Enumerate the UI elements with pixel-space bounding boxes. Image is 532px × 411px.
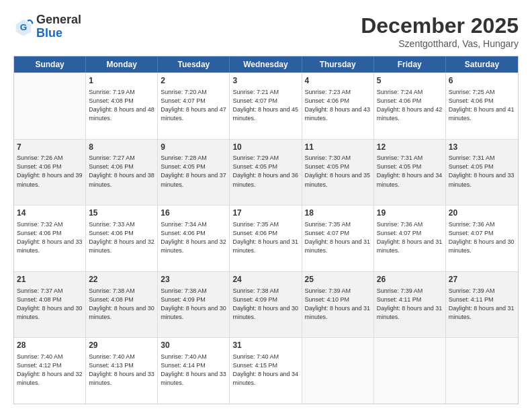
cell-info: Sunrise: 7:23 AM Sunset: 4:06 PM Dayligh… (305, 88, 371, 123)
calendar-cell: 18Sunrise: 7:35 AM Sunset: 4:07 PM Dayli… (302, 205, 374, 271)
cell-info: Sunrise: 7:33 AM Sunset: 4:06 PM Dayligh… (89, 220, 154, 255)
header-day: Friday (374, 56, 446, 73)
calendar-cell: 8Sunrise: 7:27 AM Sunset: 4:06 PM Daylig… (86, 140, 158, 205)
day-number: 16 (161, 208, 226, 219)
calendar-cell: 30Sunrise: 7:40 AM Sunset: 4:14 PM Dayli… (158, 338, 230, 404)
day-number: 25 (305, 274, 371, 285)
day-number: 15 (89, 208, 154, 219)
calendar-header: SundayMondayTuesdayWednesdayThursdayFrid… (14, 56, 518, 73)
header: G General Blue December 2025 Szentgottha… (13, 13, 519, 49)
cell-info: Sunrise: 7:36 AM Sunset: 4:07 PM Dayligh… (377, 220, 443, 255)
calendar-row: 1Sunrise: 7:19 AM Sunset: 4:08 PM Daylig… (14, 73, 518, 139)
day-number: 21 (17, 274, 83, 285)
day-number: 24 (232, 274, 298, 285)
cell-info: Sunrise: 7:39 AM Sunset: 4:11 PM Dayligh… (377, 287, 443, 322)
header-day: Sunday (14, 56, 86, 73)
logo-icon: G (13, 17, 34, 37)
calendar: SundayMondayTuesdayWednesdayThursdayFrid… (13, 56, 519, 404)
cell-info: Sunrise: 7:34 AM Sunset: 4:06 PM Dayligh… (161, 220, 226, 255)
day-number: 7 (17, 142, 83, 153)
cell-info: Sunrise: 7:37 AM Sunset: 4:08 PM Dayligh… (17, 287, 83, 322)
calendar-cell: 4Sunrise: 7:23 AM Sunset: 4:06 PM Daylig… (302, 73, 374, 139)
cell-info: Sunrise: 7:36 AM Sunset: 4:07 PM Dayligh… (449, 220, 515, 255)
calendar-cell: 25Sunrise: 7:39 AM Sunset: 4:10 PM Dayli… (302, 272, 374, 338)
calendar-cell: 20Sunrise: 7:36 AM Sunset: 4:07 PM Dayli… (446, 205, 518, 271)
calendar-row: 28Sunrise: 7:40 AM Sunset: 4:12 PM Dayli… (14, 337, 518, 404)
day-number: 3 (232, 75, 298, 87)
calendar-cell: 7Sunrise: 7:26 AM Sunset: 4:06 PM Daylig… (14, 140, 86, 205)
cell-info: Sunrise: 7:32 AM Sunset: 4:06 PM Dayligh… (17, 220, 83, 255)
logo: G General Blue (13, 13, 81, 40)
calendar-cell: 26Sunrise: 7:39 AM Sunset: 4:11 PM Dayli… (374, 272, 446, 338)
calendar-cell: 31Sunrise: 7:40 AM Sunset: 4:15 PM Dayli… (230, 338, 302, 404)
day-number: 28 (17, 340, 83, 351)
cell-info: Sunrise: 7:20 AM Sunset: 4:07 PM Dayligh… (161, 88, 226, 123)
day-number: 5 (377, 75, 443, 87)
calendar-cell: 19Sunrise: 7:36 AM Sunset: 4:07 PM Dayli… (374, 205, 446, 271)
title-area: December 2025 Szentgotthard, Vas, Hungar… (361, 13, 519, 49)
day-number: 19 (377, 208, 443, 219)
header-day: Wednesday (230, 56, 302, 73)
cell-info: Sunrise: 7:38 AM Sunset: 4:09 PM Dayligh… (232, 287, 298, 322)
day-number: 20 (449, 208, 515, 219)
logo-general: General (36, 13, 81, 27)
day-number: 31 (232, 340, 298, 351)
calendar-cell: 27Sunrise: 7:39 AM Sunset: 4:11 PM Dayli… (446, 272, 518, 338)
header-day: Saturday (446, 56, 518, 73)
cell-info: Sunrise: 7:25 AM Sunset: 4:06 PM Dayligh… (449, 88, 515, 123)
day-number: 8 (89, 142, 154, 153)
cell-info: Sunrise: 7:39 AM Sunset: 4:10 PM Dayligh… (305, 287, 371, 322)
location: Szentgotthard, Vas, Hungary (361, 38, 519, 49)
day-number: 11 (305, 142, 371, 153)
day-number: 18 (305, 208, 371, 219)
day-number: 26 (377, 274, 443, 285)
day-number: 4 (305, 75, 371, 87)
cell-info: Sunrise: 7:40 AM Sunset: 4:14 PM Dayligh… (161, 353, 226, 387)
calendar-cell: 15Sunrise: 7:33 AM Sunset: 4:06 PM Dayli… (86, 205, 158, 271)
calendar-row: 14Sunrise: 7:32 AM Sunset: 4:06 PM Dayli… (14, 205, 518, 271)
calendar-cell: 24Sunrise: 7:38 AM Sunset: 4:09 PM Dayli… (230, 272, 302, 338)
day-number: 13 (449, 142, 515, 153)
calendar-row: 7Sunrise: 7:26 AM Sunset: 4:06 PM Daylig… (14, 139, 518, 205)
day-number: 6 (449, 75, 515, 87)
svg-text:G: G (20, 21, 28, 32)
day-number: 22 (89, 274, 154, 285)
calendar-cell: 29Sunrise: 7:40 AM Sunset: 4:13 PM Dayli… (86, 338, 158, 404)
calendar-row: 21Sunrise: 7:37 AM Sunset: 4:08 PM Dayli… (14, 271, 518, 338)
day-number: 30 (161, 340, 226, 351)
calendar-cell: 6Sunrise: 7:25 AM Sunset: 4:06 PM Daylig… (446, 73, 518, 139)
header-day: Tuesday (158, 56, 230, 73)
day-number: 9 (161, 142, 226, 153)
cell-info: Sunrise: 7:31 AM Sunset: 4:05 PM Dayligh… (449, 154, 515, 189)
cell-info: Sunrise: 7:24 AM Sunset: 4:06 PM Dayligh… (377, 88, 443, 123)
cell-info: Sunrise: 7:29 AM Sunset: 4:05 PM Dayligh… (232, 154, 298, 189)
day-number: 27 (449, 274, 515, 285)
calendar-cell: 11Sunrise: 7:30 AM Sunset: 4:05 PM Dayli… (302, 140, 374, 205)
header-day: Thursday (302, 56, 374, 73)
calendar-cell (14, 73, 86, 139)
day-number: 10 (232, 142, 298, 153)
calendar-cell (302, 338, 374, 404)
calendar-cell: 21Sunrise: 7:37 AM Sunset: 4:08 PM Dayli… (14, 272, 86, 338)
calendar-cell: 16Sunrise: 7:34 AM Sunset: 4:06 PM Dayli… (158, 205, 230, 271)
calendar-cell: 2Sunrise: 7:20 AM Sunset: 4:07 PM Daylig… (158, 73, 230, 139)
cell-info: Sunrise: 7:26 AM Sunset: 4:06 PM Dayligh… (17, 154, 83, 189)
calendar-cell (446, 338, 518, 404)
day-number: 17 (232, 208, 298, 219)
cell-info: Sunrise: 7:39 AM Sunset: 4:11 PM Dayligh… (449, 287, 515, 322)
cell-info: Sunrise: 7:38 AM Sunset: 4:08 PM Dayligh… (89, 287, 154, 322)
cell-info: Sunrise: 7:27 AM Sunset: 4:06 PM Dayligh… (89, 154, 154, 189)
calendar-cell: 10Sunrise: 7:29 AM Sunset: 4:05 PM Dayli… (230, 140, 302, 205)
calendar-cell: 22Sunrise: 7:38 AM Sunset: 4:08 PM Dayli… (86, 272, 158, 338)
calendar-body: 1Sunrise: 7:19 AM Sunset: 4:08 PM Daylig… (14, 73, 518, 404)
cell-info: Sunrise: 7:31 AM Sunset: 4:05 PM Dayligh… (377, 154, 443, 189)
logo-text: General Blue (36, 13, 81, 40)
cell-info: Sunrise: 7:21 AM Sunset: 4:07 PM Dayligh… (232, 88, 298, 123)
calendar-cell: 28Sunrise: 7:40 AM Sunset: 4:12 PM Dayli… (14, 338, 86, 404)
calendar-cell: 5Sunrise: 7:24 AM Sunset: 4:06 PM Daylig… (374, 73, 446, 139)
calendar-cell: 12Sunrise: 7:31 AM Sunset: 4:05 PM Dayli… (374, 140, 446, 205)
cell-info: Sunrise: 7:40 AM Sunset: 4:12 PM Dayligh… (17, 353, 83, 387)
cell-info: Sunrise: 7:40 AM Sunset: 4:13 PM Dayligh… (89, 353, 154, 387)
calendar-cell: 17Sunrise: 7:35 AM Sunset: 4:06 PM Dayli… (230, 205, 302, 271)
page: G General Blue December 2025 Szentgottha… (0, 0, 532, 411)
